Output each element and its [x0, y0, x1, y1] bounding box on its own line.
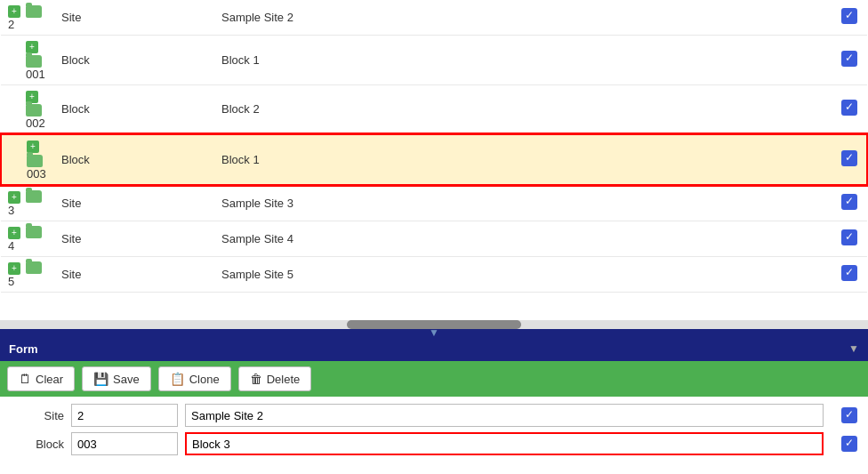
- row-extra: [437, 185, 832, 221]
- table-row[interactable]: + 3 Site Sample Site 3: [1, 185, 867, 221]
- delete-label: Delete: [267, 373, 301, 386]
- table-row[interactable]: + 4 Site Sample Site 4: [1, 221, 867, 256]
- clear-icon: 🗒: [19, 372, 31, 386]
- row-checkbox[interactable]: [841, 265, 857, 281]
- table-row[interactable]: + 5 Site Sample Site 5: [1, 256, 867, 292]
- table-row[interactable]: + 002 Block Block 2: [1, 84, 867, 134]
- row-name: Sample Site 4: [214, 221, 437, 256]
- row-checkbox-cell[interactable]: [832, 84, 867, 134]
- row-name: Block 1: [214, 36, 437, 85]
- row-checkbox[interactable]: [841, 194, 857, 210]
- row-checkbox-cell[interactable]: [832, 185, 867, 221]
- table-row[interactable]: + 2 Site Sample Site 2: [1, 0, 867, 36]
- site-checkbox-container: [831, 407, 857, 423]
- form-collapse-icon[interactable]: ▼: [848, 342, 859, 355]
- form-title: Form: [9, 342, 38, 356]
- block-id-input[interactable]: [71, 432, 178, 455]
- expand-icon[interactable]: +: [8, 262, 20, 275]
- row-num: 002: [26, 116, 45, 130]
- delete-icon: 🗑: [250, 372, 262, 386]
- horizontal-scrollbar[interactable]: [0, 320, 868, 329]
- row-checkbox[interactable]: [841, 51, 857, 67]
- save-button[interactable]: 💾 Save: [82, 366, 151, 391]
- row-num: 003: [27, 167, 46, 181]
- folder-icon: [27, 155, 43, 167]
- block-checkbox[interactable]: [841, 436, 857, 452]
- divider-bar: ▼: [0, 329, 868, 336]
- block-label: Block: [11, 438, 64, 451]
- folder-icon: [26, 104, 42, 116]
- row-expand-cell: + 2: [1, 0, 54, 36]
- row-num: 001: [26, 68, 45, 81]
- scrollbar-thumb[interactable]: [347, 320, 520, 329]
- row-name: Block 2: [214, 84, 437, 134]
- clone-label: Clone: [189, 373, 220, 386]
- row-checkbox-cell[interactable]: [832, 221, 867, 256]
- save-icon: 💾: [93, 372, 108, 386]
- row-expand-cell: + 4: [1, 221, 54, 256]
- site-name-input[interactable]: [185, 404, 824, 427]
- folder-icon: [26, 226, 42, 238]
- form-section: Form ▼ 🗒 Clear 💾 Save 📋 Clone 🗑 Delete S…: [0, 336, 868, 462]
- site-checkbox[interactable]: [841, 407, 857, 423]
- data-table: + 2 Site Sample Site 2 + 001 Block Block…: [0, 0, 868, 320]
- expand-icon[interactable]: +: [8, 5, 20, 18]
- row-extra: [437, 84, 832, 134]
- expand-icon[interactable]: +: [8, 191, 20, 204]
- clear-label: Clear: [36, 373, 63, 386]
- table-row[interactable]: + 003 Block Block 1: [1, 134, 867, 185]
- row-type: Site: [54, 256, 214, 292]
- row-expand-cell: + 003: [1, 134, 54, 185]
- delete-button[interactable]: 🗑 Delete: [238, 366, 312, 391]
- row-expand-cell: + 3: [1, 185, 54, 221]
- row-checkbox-cell[interactable]: [832, 134, 867, 185]
- folder-icon: [26, 55, 42, 68]
- site-id-input[interactable]: [71, 404, 178, 427]
- expand-icon[interactable]: +: [8, 227, 20, 239]
- clear-button[interactable]: 🗒 Clear: [7, 366, 75, 391]
- row-type: Site: [54, 185, 214, 221]
- row-num: 4: [8, 239, 14, 253]
- row-name: Sample Site 5: [214, 256, 437, 292]
- row-type: Block: [54, 84, 214, 134]
- row-checkbox[interactable]: [841, 150, 857, 166]
- row-checkbox-cell[interactable]: [832, 0, 867, 36]
- row-num: 2: [8, 18, 14, 31]
- clone-button[interactable]: 📋 Clone: [158, 366, 231, 391]
- form-header: Form ▼: [0, 336, 868, 361]
- form-toolbar: 🗒 Clear 💾 Save 📋 Clone 🗑 Delete: [0, 361, 868, 397]
- row-extra: [437, 0, 832, 36]
- row-extra: [437, 36, 832, 85]
- folder-icon: [26, 5, 42, 18]
- row-checkbox[interactable]: [841, 8, 857, 24]
- form-fields: Site Block: [0, 397, 868, 462]
- row-extra: [437, 256, 832, 292]
- row-checkbox[interactable]: [841, 229, 857, 245]
- table-row[interactable]: + 001 Block Block 1: [1, 36, 867, 85]
- row-type: Block: [54, 134, 214, 185]
- row-name: Sample Site 2: [214, 0, 437, 36]
- site-row: Site: [11, 404, 857, 427]
- clone-icon: 📋: [170, 372, 185, 386]
- block-checkbox-container: [831, 436, 857, 452]
- row-expand-cell: + 001: [1, 36, 54, 85]
- row-extra: [437, 221, 832, 256]
- row-checkbox[interactable]: [841, 100, 857, 116]
- row-name: Block 1: [214, 134, 437, 185]
- row-expand-cell: + 5: [1, 256, 54, 292]
- row-type: Site: [54, 0, 214, 36]
- site-label: Site: [11, 409, 64, 422]
- block-name-input[interactable]: [185, 432, 824, 455]
- row-checkbox-cell[interactable]: [832, 36, 867, 85]
- folder-icon: [26, 261, 42, 274]
- row-checkbox-cell[interactable]: [832, 256, 867, 292]
- row-num: 5: [8, 275, 14, 288]
- save-label: Save: [113, 373, 140, 386]
- row-num: 3: [8, 204, 14, 217]
- block-row: Block: [11, 432, 857, 455]
- row-type: Site: [54, 221, 214, 256]
- expand-icon[interactable]: +: [26, 41, 38, 53]
- folder-icon: [26, 190, 42, 203]
- row-name: Sample Site 3: [214, 185, 437, 221]
- row-expand-cell: + 002: [1, 84, 54, 134]
